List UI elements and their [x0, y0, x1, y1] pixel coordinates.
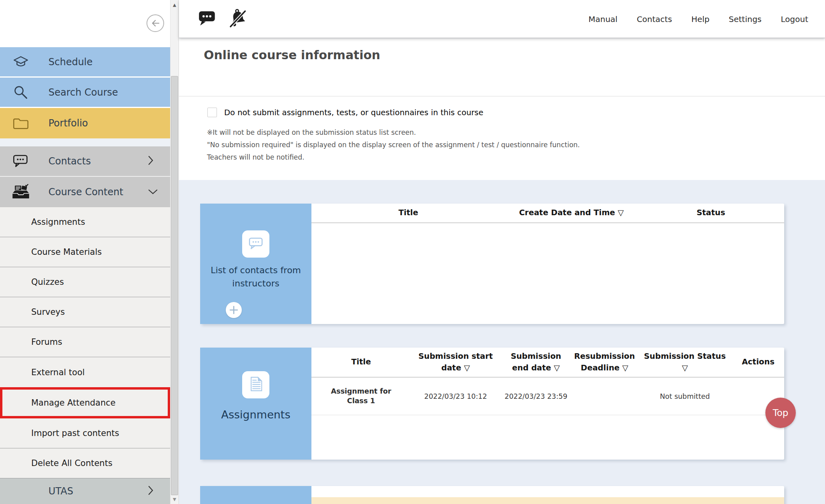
next-section-partial — [200, 486, 784, 504]
column-header-submission-status[interactable]: Submission Status ▽ — [638, 348, 732, 377]
column-header-submission-end[interactable]: Submission end date ▽ — [500, 348, 571, 377]
scroll-up-arrow-icon[interactable]: ▲ — [171, 0, 179, 10]
assignment-row: Assignment for Class 1 2022/03/23 10:12 … — [311, 378, 784, 415]
sidebar-item-label: External tool — [31, 368, 85, 377]
sidebar-item-label: Manage Attendance — [31, 398, 116, 408]
arrow-left-icon — [149, 17, 161, 29]
contacts-from-instructors-section: List of contacts from instructors Title … — [200, 204, 784, 324]
divider — [179, 96, 825, 96]
sidebar-item-import-past-contents[interactable]: Import past contents — [0, 418, 170, 448]
sidebar-item-search-course[interactable]: Search Course — [0, 78, 170, 108]
plus-icon — [229, 306, 238, 314]
add-contact-button[interactable] — [226, 302, 242, 318]
top-bar: Manual Contacts Help Settings Logout — [179, 0, 825, 38]
next-section-tile — [200, 486, 311, 504]
note-line: ※It will not be displayed on the submiss… — [207, 126, 580, 139]
course-info-panel: Online course information Do not submit … — [179, 38, 825, 180]
chat-icon[interactable] — [198, 10, 217, 28]
nav-manual[interactable]: Manual — [588, 14, 618, 24]
nav-settings[interactable]: Settings — [729, 14, 761, 24]
chevron-right-icon — [148, 156, 154, 167]
sidebar-item-label: Schedule — [48, 56, 92, 68]
assignment-title-cell: Assignment for Class 1 — [311, 378, 411, 415]
main-content: Online course information Do not submit … — [179, 0, 825, 504]
bell-muted-icon[interactable] — [228, 8, 249, 30]
note-line: Teachers will not be notified. — [207, 151, 580, 164]
scroll-down-arrow-icon[interactable]: ▼ — [171, 494, 179, 504]
sidebar-item-label: Contacts — [48, 156, 91, 167]
assignments-section-tile: Assignments — [200, 348, 311, 460]
magnifier-icon — [11, 84, 30, 100]
chevron-right-icon — [148, 486, 154, 497]
column-header-title[interactable]: Title — [311, 348, 411, 377]
nav-contacts[interactable]: Contacts — [637, 14, 672, 24]
sidebar-item-schedule[interactable]: Schedule — [0, 47, 170, 78]
column-header-title[interactable]: Title — [311, 204, 505, 222]
sidebar-item-label: Surveys — [31, 307, 65, 317]
sidebar-item-utas[interactable]: UTAS — [0, 478, 170, 504]
submission-status-cell: Not submitted — [638, 378, 732, 415]
document-icon — [248, 376, 263, 394]
sidebar-item-quizzes[interactable]: Quizzes — [0, 267, 170, 297]
section-tile-label: List of contacts from instructors — [200, 264, 311, 290]
scrollbar-thumb[interactable] — [171, 76, 178, 495]
sidebar-item-external-tool[interactable]: External tool — [0, 357, 170, 387]
sidebar-item-label: Delete All Contents — [31, 458, 112, 468]
column-header-submission-start[interactable]: Submission start date ▽ — [411, 348, 500, 377]
column-header-create-date[interactable]: Create Date and Time ▽ — [505, 204, 638, 222]
nav-help[interactable]: Help — [691, 14, 710, 24]
resubmission-deadline-cell — [572, 378, 638, 415]
sidebar-item-delete-all-contents[interactable]: Delete All Contents — [0, 448, 170, 478]
sidebar-collapse-button[interactable] — [147, 14, 164, 32]
speech-bubble-icon — [247, 236, 265, 252]
sidebar-item-label: Course Materials — [31, 247, 102, 257]
sidebar-item-label: Import past contents — [31, 428, 119, 438]
sidebar-item-course-content[interactable]: Course Content — [0, 177, 170, 207]
course-content-box-icon — [11, 184, 30, 200]
assignments-table: Title Submission start date ▽ Submission… — [311, 348, 784, 460]
sidebar-item-forums[interactable]: Forums — [0, 327, 170, 357]
sidebar-item-label: Forums — [31, 337, 62, 347]
column-header-status[interactable]: Status — [638, 204, 784, 222]
assignments-section: Assignments Title Submission start date … — [200, 348, 784, 460]
top-nav: Manual Contacts Help Settings Logout — [588, 0, 808, 38]
page-title: Online course information — [204, 48, 380, 62]
column-header-actions[interactable]: Actions — [732, 348, 784, 377]
sidebar-item-label: Portfolio — [48, 118, 88, 129]
contacts-table: Title Create Date and Time ▽ Status — [311, 204, 784, 324]
note-line: "No submission required" is displayed on… — [207, 139, 580, 151]
submission-end-cell: 2022/03/23 23:59 — [500, 378, 571, 415]
sidebar-item-manage-attendance-highlighted[interactable]: Manage Attendance — [0, 387, 170, 418]
sidebar-item-portfolio[interactable]: Portfolio — [0, 108, 170, 138]
sidebar-spacer — [0, 138, 170, 146]
nav-logout[interactable]: Logout — [781, 14, 808, 24]
sidebar-item-assignments[interactable]: Assignments — [0, 207, 170, 237]
no-submit-checkbox[interactable] — [207, 108, 217, 117]
no-submit-checkbox-label: Do not submit assignments, tests, or que… — [224, 108, 483, 117]
sidebar-item-label: Course Content — [48, 186, 123, 198]
sidebar-item-surveys[interactable]: Surveys — [0, 297, 170, 327]
next-section-header-band — [311, 497, 784, 504]
folder-icon — [11, 116, 30, 130]
sidebar-item-label: Assignments — [31, 217, 85, 227]
submission-start-cell: 2022/03/23 10:12 — [411, 378, 500, 415]
contacts-section-tile: List of contacts from instructors — [200, 204, 311, 324]
section-tile-label: Assignments — [200, 408, 311, 421]
scroll-to-top-button[interactable]: Top — [765, 398, 796, 428]
sidebar-item-course-materials[interactable]: Course Materials — [0, 237, 170, 267]
sidebar-scrollbar[interactable]: ▲ ▼ — [170, 0, 179, 504]
column-header-resubmission-deadline[interactable]: Resubmission Deadline ▽ — [572, 348, 638, 377]
graduation-cap-icon — [11, 55, 30, 69]
checkbox-notes: ※It will not be displayed on the submiss… — [207, 126, 580, 164]
sidebar-item-contacts[interactable]: Contacts — [0, 146, 170, 177]
sidebar: Schedule Search Course Portfolio Cont — [0, 0, 170, 504]
speech-bubble-icon — [11, 154, 30, 169]
sidebar-item-label: UTAS — [48, 486, 73, 497]
chevron-down-icon — [148, 188, 158, 196]
sidebar-item-label: Quizzes — [31, 277, 64, 287]
sidebar-item-label: Search Course — [48, 87, 118, 98]
